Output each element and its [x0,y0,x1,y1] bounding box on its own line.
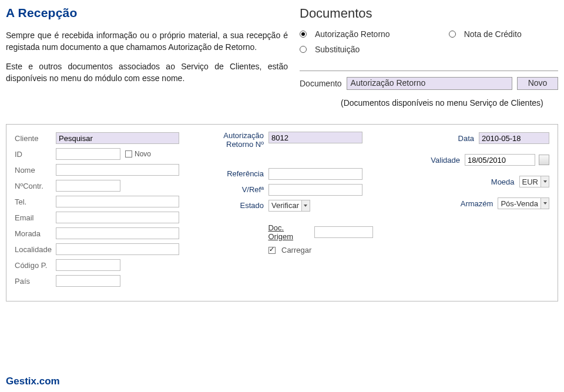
id-input[interactable] [56,148,120,160]
morada-input[interactable] [56,227,179,239]
localidade-input[interactable] [56,243,179,255]
radio-substituicao[interactable]: Substituição [300,45,390,54]
validade-input[interactable] [465,154,535,166]
intro-paragraph-1: Sempre que é recebida informação ou o pr… [6,29,288,53]
pais-input[interactable] [56,275,120,287]
chevron-down-icon [540,176,549,187]
id-label: ID [15,150,56,159]
radio-dot-icon [300,31,307,38]
chevron-down-icon [540,198,549,209]
radio-autorizacao-retorno[interactable]: Autorização Retorno [300,29,390,39]
data-label: Data [438,134,479,143]
form-panel: Cliente ID Novo Nome NºContr. Tel. [6,124,558,301]
documents-heading: Documentos [300,6,558,21]
calendar-icon[interactable] [539,155,549,165]
moeda-label: Moeda [478,177,519,186]
radio-nota-credito[interactable]: Nota de Crédito [449,29,522,39]
autorizacao-retorno-label: Autorização Retorno Nº [214,132,268,149]
novo-status-box[interactable]: Novo [517,77,558,90]
localidade-label: Localidade [15,245,56,254]
armazem-value: Pós-Venda [498,199,540,208]
novo-checkbox-wrap[interactable]: Novo [125,150,151,158]
documents-separator [300,71,558,71]
cliente-input[interactable] [56,132,179,144]
carregar-label: Carregar [281,246,311,254]
radio-label: Substituição [315,45,360,54]
email-input[interactable] [56,212,179,223]
radio-label: Nota de Crédito [464,29,522,39]
referencia-input[interactable] [268,168,362,180]
tel-input[interactable] [56,196,179,207]
moeda-value: EUR [520,177,540,186]
estado-select[interactable]: Verificar [268,200,310,212]
tel-label: Tel. [15,197,56,206]
estado-label: Estado [214,201,268,210]
chevron-down-icon [301,200,310,211]
intro-paragraph-2: Este e outros documentos associados ao S… [6,61,288,85]
armazem-select[interactable]: Pós-Venda [498,197,549,209]
validade-label: Validade [424,156,465,165]
footer-brand: Gestix.com [6,376,60,387]
checkbox-icon [125,150,132,158]
codigop-input[interactable] [56,259,120,271]
documento-label: Documento [300,79,342,88]
pais-label: País [15,277,56,286]
vref-label: V/Refª [214,185,268,194]
moeda-select[interactable]: EUR [519,176,549,187]
email-label: Email [15,213,56,222]
novo-checkbox-label: Novo [135,150,151,158]
codigop-label: Código P. [15,261,56,270]
radio-label: Autorização Retorno [315,29,390,39]
checkbox-icon[interactable] [268,247,276,254]
nome-label: Nome [15,166,56,175]
cliente-label: Cliente [15,134,56,143]
armazem-label: Armazém [456,199,498,208]
autorizacao-retorno-input[interactable] [268,132,362,143]
estado-value: Verificar [269,201,301,210]
vref-input[interactable] [268,184,362,196]
referencia-label: Referência [214,169,268,178]
documento-select[interactable]: Autorização Retorno [347,77,512,90]
doc-origem-input[interactable] [314,226,373,238]
doc-origem-link[interactable]: Doc. Origem [268,223,311,241]
morada-label: Morada [15,229,56,238]
section-title: A Recepção [6,6,288,20]
nome-input[interactable] [56,164,179,176]
radio-dot-icon [300,46,307,53]
radio-dot-icon [449,31,456,38]
ncontr-label: NºContr. [15,182,56,190]
documents-caption: (Documentos disponíveis no menu Serviço … [341,98,558,108]
data-input[interactable] [479,132,549,144]
ncontr-input[interactable] [56,180,120,192]
